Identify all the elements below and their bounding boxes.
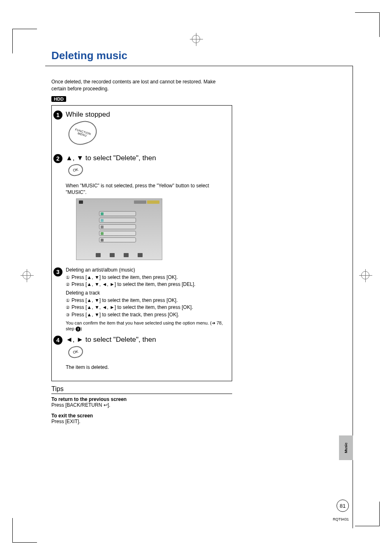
list-item: ②Press [▲, ▼, ◄, ►] to select the item, … [66, 304, 227, 311]
crop-mark [355, 502, 380, 526]
step3-track-l1: Press [▲, ▼] to select the item, then pr… [71, 297, 178, 303]
step3-confirm-note: You can confirm the item that you have s… [66, 320, 227, 332]
screenshot-list [99, 211, 136, 242]
circled-three-icon: ③ [66, 312, 70, 318]
page-title: Deleting music [51, 49, 240, 62]
step-number-icon: 3 [53, 267, 62, 276]
tip1-text: Press [BACK/RETURN ↩]. [51, 402, 240, 408]
list-item [99, 218, 136, 223]
list-item [99, 237, 136, 242]
list-item: ①Press [▲, ▼] to select the item, then p… [66, 274, 227, 281]
function-menu-label: FUNCTION MENU [74, 128, 92, 138]
list-item [99, 231, 136, 236]
list-item: ②Press [▲, ▼, ◄, ►] to select the item, … [66, 281, 227, 288]
step-number-icon: 2 [53, 154, 62, 163]
ok-label: OK [72, 349, 78, 355]
section-tab-label: Music [344, 442, 348, 453]
circled-two-icon: ② [66, 281, 70, 288]
step4-result: The item is deleted. [66, 364, 227, 371]
step2-instruction: ▲, ▼ to select "Delete", then [66, 153, 227, 163]
list-item [99, 211, 136, 216]
step-3: 3 Deleting an artist/album (music) ①Pres… [53, 267, 227, 332]
screenshot-bottom-icons [76, 253, 162, 257]
steps-frame: 1 While stopped FUNCTION MENU 2 ▲, ▼ to … [51, 105, 232, 382]
tip2-text: Press [EXIT]. [51, 419, 240, 424]
page-number: 81 [337, 500, 349, 512]
document-code: RQT9431 [333, 517, 349, 521]
step1-label: While stopped [66, 110, 227, 120]
tip1-bold: To return to the previous screen [51, 396, 240, 402]
crop-mark [12, 29, 37, 53]
ok-button-icon: OK [67, 345, 84, 359]
step3-artist-heading: Deleting an artist/album (music) [66, 267, 227, 274]
step4-instruction: ◄, ► to select "Delete", then [66, 335, 227, 345]
screenshot-tabs [134, 200, 159, 204]
screenshot-topbar-icon [79, 200, 83, 204]
confirm-pre: You can confirm the item that you have s… [66, 320, 223, 331]
step-number-icon: 4 [53, 336, 62, 345]
intro-text: Once deleted, the recorded contents are … [51, 78, 224, 92]
hdd-badge: HDD [51, 96, 66, 102]
step3-artist-l2: Press [▲, ▼, ◄, ►] to select the item, t… [71, 281, 196, 287]
tip2-bold: To exit the screen [51, 413, 240, 419]
ok-label: OK [72, 167, 78, 173]
step-4: 4 ◄, ► to select "Delete", then OK The i… [53, 335, 227, 373]
function-menu-button-icon: FUNCTION MENU [65, 118, 100, 148]
list-item [99, 224, 136, 229]
list-item: ①Press [▲, ▼] to select the item, then p… [66, 297, 227, 304]
registration-mark [192, 35, 200, 43]
confirm-post: ) [81, 326, 82, 331]
circled-one-icon: ① [66, 274, 70, 281]
page-content: Deleting music Once deleted, the recorde… [51, 49, 240, 424]
step-number-icon: 1 [53, 111, 62, 120]
crop-mark [12, 518, 37, 543]
crop-mark [355, 12, 380, 37]
ok-button-icon: OK [67, 163, 84, 177]
registration-mark [23, 271, 31, 279]
step3-track-l2: Press [▲, ▼, ◄, ►] to select the item, t… [71, 304, 193, 310]
page-number-text: 81 [340, 503, 346, 509]
list-item: ③Press [▲, ▼] to select the track, then … [66, 311, 227, 318]
step3-track-l3: Press [▲, ▼] to select the track, then p… [71, 312, 179, 318]
circled-step-icon: 3 [76, 327, 81, 332]
step2-note: When "MUSIC" is not selected, press the … [66, 182, 227, 196]
tips-heading: Tips [51, 385, 232, 394]
registration-mark [361, 271, 369, 279]
step-1: 1 While stopped FUNCTION MENU [53, 110, 227, 150]
step3-artist-l1: Press [▲, ▼] to select the item, then pr… [71, 274, 178, 280]
section-tab: Music [339, 435, 353, 460]
step-2: 2 ▲, ▼ to select "Delete", then OK When … [53, 153, 227, 264]
ui-screenshot [76, 198, 162, 260]
step3-track-heading: Deleting a track [66, 290, 227, 297]
circled-one-icon: ① [66, 297, 70, 304]
circled-two-icon: ② [66, 304, 70, 311]
